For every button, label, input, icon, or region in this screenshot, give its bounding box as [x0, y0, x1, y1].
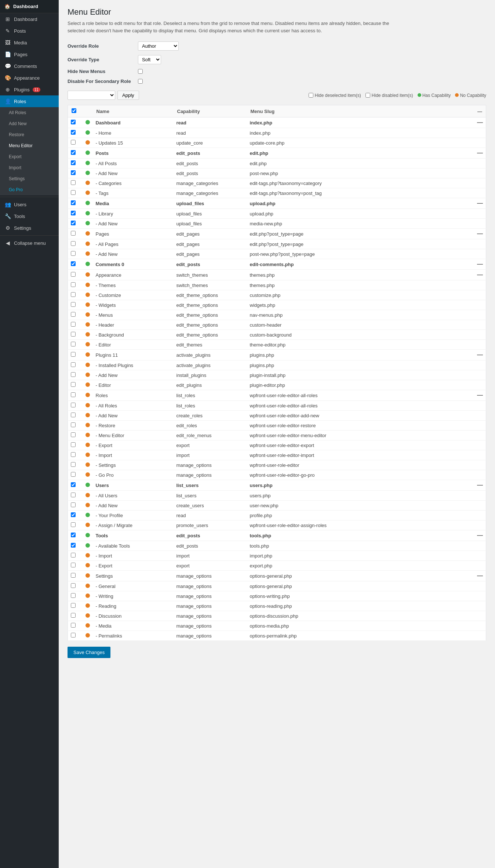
override-role-select[interactable]: Author Administrator Editor Contributor …	[138, 41, 179, 51]
hide-disabled-label[interactable]: Hide disabled item(s)	[365, 93, 413, 98]
row-checkbox[interactable]	[71, 140, 76, 145]
row-checkbox[interactable]	[71, 563, 76, 567]
sidebar-item-roles[interactable]: 👤 Roles	[0, 95, 59, 107]
row-name: - Writing	[93, 591, 174, 601]
table-row: - Add Newupload_filesmedia-new.php	[68, 219, 486, 229]
row-checkbox[interactable]	[71, 613, 76, 618]
select-all-checkbox[interactable]	[72, 108, 76, 113]
row-minus-button[interactable]: —	[477, 200, 483, 206]
row-checkbox[interactable]	[71, 221, 76, 225]
row-checkbox[interactable]	[71, 302, 76, 307]
row-checkbox[interactable]	[71, 231, 76, 236]
disable-secondary-checkbox[interactable]	[138, 79, 143, 84]
sidebar-item-dashboard[interactable]: ⊞ Dashboard	[0, 13, 59, 25]
row-checkbox[interactable]	[71, 593, 76, 598]
row-minus-button[interactable]: —	[477, 352, 483, 358]
sidebar-item-comments[interactable]: 💬 Comments	[0, 60, 59, 72]
row-checkbox[interactable]	[71, 332, 76, 337]
row-checkbox[interactable]	[71, 512, 76, 517]
override-type-select[interactable]: Soft Hard	[138, 55, 161, 64]
row-checkbox[interactable]	[71, 633, 76, 638]
row-checkbox[interactable]	[71, 292, 76, 297]
sidebar-item-add-new[interactable]: Add New	[0, 118, 59, 129]
row-minus-button[interactable]: —	[477, 272, 483, 278]
row-checkbox[interactable]	[71, 241, 76, 246]
row-checkbox[interactable]	[71, 190, 76, 195]
sidebar-item-restore[interactable]: Restore	[0, 129, 59, 140]
row-checkbox[interactable]	[71, 543, 76, 548]
row-checkbox[interactable]	[71, 522, 76, 527]
row-checkbox[interactable]	[71, 623, 76, 628]
sidebar-item-tools[interactable]: 🔧 Tools	[0, 210, 59, 222]
sidebar-item-users[interactable]: 👥 Users	[0, 199, 59, 210]
row-checkbox[interactable]	[71, 372, 76, 377]
row-name: - Reading	[93, 601, 174, 611]
row-checkbox[interactable]	[71, 382, 76, 387]
row-minus-button[interactable]: —	[477, 119, 483, 126]
sidebar-item-settings[interactable]: Settings	[0, 173, 59, 184]
row-minus-button[interactable]: —	[477, 261, 483, 267]
sidebar-item-all-roles[interactable]: All Roles	[0, 107, 59, 118]
row-minus-button[interactable]: —	[477, 532, 483, 538]
row-checkbox[interactable]	[71, 442, 76, 447]
row-minus-button[interactable]: —	[477, 482, 483, 488]
row-minus-button[interactable]: —	[477, 392, 483, 398]
row-checkbox[interactable]	[71, 462, 76, 467]
row-minus-button[interactable]: —	[477, 150, 483, 156]
row-checkbox[interactable]	[71, 583, 76, 588]
row-checkbox[interactable]	[71, 282, 76, 287]
row-checkbox[interactable]	[71, 533, 76, 537]
row-checkbox[interactable]	[71, 150, 76, 155]
sidebar-item-go-pro[interactable]: Go Pro	[0, 184, 59, 195]
row-capability: create_roles	[174, 411, 247, 421]
hide-deselected-checkbox[interactable]	[309, 93, 313, 98]
row-checkbox[interactable]	[71, 170, 76, 175]
row-checkbox[interactable]	[71, 120, 76, 124]
sidebar-item-menu-editor[interactable]: Menu Editor	[0, 140, 59, 151]
row-checkbox[interactable]	[71, 362, 76, 367]
row-checkbox[interactable]	[71, 553, 76, 558]
sidebar-item-posts[interactable]: ✎ Posts	[0, 25, 59, 37]
row-checkbox[interactable]	[71, 403, 76, 407]
row-checkbox[interactable]	[71, 200, 76, 205]
row-checkbox[interactable]	[71, 342, 76, 346]
hide-menus-checkbox[interactable]	[138, 69, 143, 74]
row-checkbox[interactable]	[71, 352, 76, 357]
row-checkbox[interactable]	[71, 211, 76, 215]
row-checkbox[interactable]	[71, 272, 76, 277]
row-checkbox[interactable]	[71, 482, 76, 487]
row-checkbox[interactable]	[71, 472, 76, 477]
save-changes-button[interactable]: Save Changes	[68, 647, 110, 658]
hide-deselected-label[interactable]: Hide deselected item(s)	[309, 93, 361, 98]
copy-from-select[interactable]: Administrator Editor Author	[68, 91, 115, 100]
row-checkbox[interactable]	[71, 432, 76, 437]
row-checkbox[interactable]	[71, 312, 76, 317]
row-name: - Menu Editor	[93, 431, 174, 440]
row-checkbox[interactable]	[71, 422, 76, 427]
hide-disabled-checkbox[interactable]	[365, 93, 370, 98]
row-checkbox[interactable]	[71, 502, 76, 507]
sidebar-item-pages[interactable]: 📄 Pages	[0, 48, 59, 60]
row-checkbox[interactable]	[71, 573, 76, 578]
sidebar-item-import[interactable]: Import	[0, 162, 59, 173]
row-checkbox[interactable]	[71, 180, 76, 185]
row-checkbox[interactable]	[71, 160, 76, 165]
row-checkbox[interactable]	[71, 392, 76, 397]
row-minus-button[interactable]: —	[477, 230, 483, 237]
row-minus-button[interactable]: —	[477, 573, 483, 579]
apply-button[interactable]: Apply	[117, 91, 139, 100]
sidebar-item-appearance[interactable]: 🎨 Appearance	[0, 72, 59, 84]
row-checkbox[interactable]	[71, 413, 76, 417]
row-checkbox[interactable]	[71, 603, 76, 608]
sidebar-item-collapse[interactable]: ◀ Collapse menu	[0, 237, 59, 249]
row-checkbox[interactable]	[71, 322, 76, 327]
sidebar-item-plugins[interactable]: ⊕ Plugins 11	[0, 84, 59, 95]
row-checkbox[interactable]	[71, 493, 76, 497]
row-checkbox[interactable]	[71, 452, 76, 457]
sidebar-item-export[interactable]: Export	[0, 151, 59, 162]
row-checkbox[interactable]	[71, 261, 76, 266]
row-checkbox[interactable]	[71, 130, 76, 135]
sidebar-item-media[interactable]: 🖼 Media	[0, 37, 59, 48]
sidebar-item-settings-main[interactable]: ⚙ Settings	[0, 222, 59, 234]
row-checkbox[interactable]	[71, 251, 76, 256]
